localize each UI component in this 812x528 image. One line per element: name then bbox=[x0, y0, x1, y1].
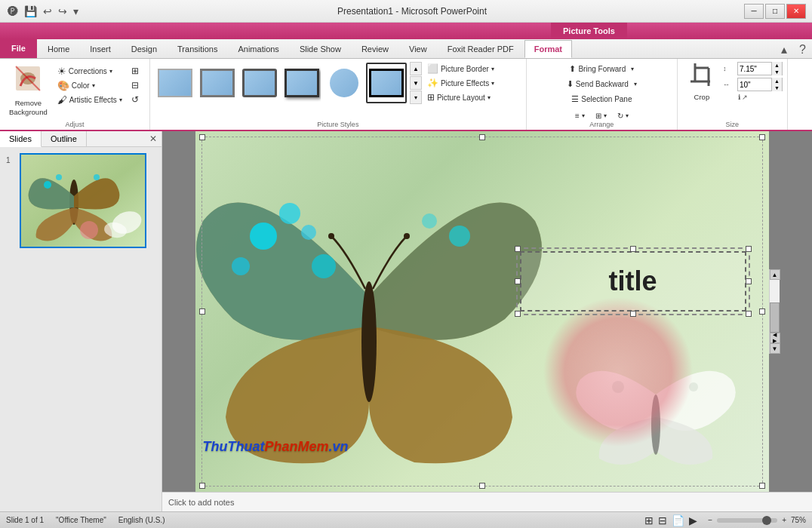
rotate-btn[interactable]: ↻ ▾ bbox=[614, 109, 632, 122]
zoom-slider[interactable] bbox=[717, 518, 777, 523]
pic-style-5[interactable] bbox=[324, 63, 364, 103]
slide-sorter-btn[interactable]: ⊟ bbox=[658, 514, 667, 526]
height-spin-btns[interactable]: ▲ ▼ bbox=[771, 62, 782, 75]
picture-effects-btn[interactable]: ✨ Picture Effects ▾ bbox=[423, 76, 521, 90]
pic-style-6[interactable] bbox=[366, 63, 407, 103]
align-dropdown[interactable]: ▾ bbox=[582, 112, 585, 119]
handle-tr[interactable] bbox=[746, 246, 752, 252]
scroll-up-btn[interactable]: ▲ bbox=[770, 269, 780, 280]
color-btn[interactable]: 🎨 Color ▾ bbox=[54, 78, 126, 92]
artistic-dropdown[interactable]: ▾ bbox=[119, 97, 122, 103]
width-input[interactable] bbox=[740, 81, 771, 89]
zoom-out-btn[interactable]: − bbox=[708, 516, 712, 524]
tab-format[interactable]: Format bbox=[524, 40, 572, 58]
corrections-dropdown[interactable]: ▾ bbox=[109, 68, 112, 75]
slide-canvas[interactable]: title bbox=[195, 131, 769, 492]
pic-style-1[interactable] bbox=[155, 63, 195, 103]
color-dropdown[interactable]: ▾ bbox=[92, 82, 95, 89]
canvas-area[interactable]: title bbox=[162, 131, 812, 492]
customize-quick-btn[interactable]: ▾ bbox=[72, 5, 80, 17]
rotate-dropdown[interactable]: ▾ bbox=[626, 112, 629, 119]
normal-view-btn[interactable]: ⊞ bbox=[644, 514, 654, 526]
tab-home[interactable]: Home bbox=[38, 40, 79, 58]
close-btn[interactable]: ✕ bbox=[786, 4, 806, 19]
slideshow-btn[interactable]: ▶ bbox=[689, 514, 697, 526]
height-up-btn[interactable]: ▲ bbox=[771, 62, 782, 69]
notes-area[interactable]: Click to add notes bbox=[162, 492, 812, 511]
tab-view[interactable]: View bbox=[399, 40, 437, 58]
send-backward-dropdown[interactable]: ▾ bbox=[634, 81, 637, 87]
change-picture-btn[interactable]: ⊟ bbox=[128, 78, 145, 92]
ribbon-expand-btn[interactable]: ▴ bbox=[775, 41, 793, 58]
size-dialog-launcher[interactable]: ℹ ↗ bbox=[723, 94, 783, 101]
scroll-track[interactable] bbox=[770, 280, 780, 333]
artistic-effects-btn[interactable]: 🖌 Artistic Effects ▾ bbox=[54, 93, 126, 106]
img-handle-br[interactable] bbox=[759, 483, 765, 489]
border-dropdown[interactable]: ▾ bbox=[491, 66, 494, 72]
pic-styles-scroll[interactable]: ▲ ▼ ▾ bbox=[410, 62, 422, 104]
handle-mr[interactable] bbox=[746, 278, 752, 284]
outline-tab[interactable]: Outline bbox=[42, 131, 87, 146]
reset-picture-btn[interactable]: ↺ bbox=[128, 93, 145, 106]
zoom-in-btn[interactable]: + bbox=[782, 516, 786, 524]
right-scrollbar[interactable]: ▲ ◀▶ ▼ bbox=[769, 269, 780, 354]
pic-style-4[interactable] bbox=[281, 63, 322, 103]
effects-dropdown[interactable]: ▾ bbox=[491, 80, 494, 87]
remove-background-btn[interactable]: RemoveBackground bbox=[5, 66, 52, 115]
tab-foxit[interactable]: Foxit Reader PDF bbox=[438, 40, 524, 58]
slides-tab[interactable]: Slides bbox=[0, 131, 42, 147]
bring-forward-btn[interactable]: ⬆ Bring Forward ▾ bbox=[565, 62, 638, 75]
compress-btn[interactable]: ⊞ bbox=[128, 64, 145, 78]
slide-1-item[interactable]: 1 bbox=[6, 153, 155, 248]
zoom-slider-thumb[interactable] bbox=[762, 516, 771, 525]
send-backward-btn[interactable]: ⬇ Send Backward ▾ bbox=[563, 77, 641, 91]
tab-slideshow[interactable]: Slide Show bbox=[290, 40, 351, 58]
group-dropdown[interactable]: ▾ bbox=[604, 112, 607, 119]
align-btn[interactable]: ≡ ▾ bbox=[571, 109, 589, 122]
crop-btn[interactable]: Crop bbox=[682, 62, 721, 110]
height-down-btn[interactable]: ▼ bbox=[771, 69, 782, 75]
corrections-icon: ☀ bbox=[57, 66, 66, 77]
slides-panel-close[interactable]: ✕ bbox=[145, 131, 161, 146]
corrections-btn[interactable]: ☀ Corrections ▾ bbox=[54, 64, 126, 78]
scroll-down-btn[interactable]: ▼ bbox=[410, 76, 422, 90]
picture-layout-btn[interactable]: ⊞ Picture Layout ▾ bbox=[423, 91, 521, 104]
selection-pane-btn[interactable]: ☰ Selection Pane bbox=[567, 92, 635, 106]
tab-animations[interactable]: Animations bbox=[228, 40, 288, 58]
help-btn[interactable]: ? bbox=[793, 41, 812, 58]
picture-border-btn[interactable]: ⬜ Picture Border ▾ bbox=[423, 62, 521, 75]
tab-review[interactable]: Review bbox=[352, 40, 398, 58]
layout-dropdown[interactable]: ▾ bbox=[488, 94, 491, 101]
minimize-btn[interactable]: ─ bbox=[744, 4, 764, 19]
height-input[interactable] bbox=[740, 65, 771, 73]
scroll-down-btn[interactable]: ▼ bbox=[770, 343, 780, 354]
height-spinbox[interactable]: ▲ ▼ bbox=[737, 62, 783, 75]
slide-1-thumbnail[interactable] bbox=[20, 153, 146, 248]
window-controls[interactable]: ─ □ ✕ bbox=[744, 4, 806, 19]
tab-design[interactable]: Design bbox=[121, 40, 167, 58]
scroll-more-btn[interactable]: ▾ bbox=[410, 91, 422, 104]
width-spin-btns[interactable]: ▲ ▼ bbox=[771, 78, 782, 91]
redo-quick-btn[interactable]: ↪ bbox=[57, 5, 69, 17]
save-quick-btn[interactable]: 💾 bbox=[23, 5, 38, 17]
maximize-btn[interactable]: □ bbox=[765, 4, 785, 19]
reading-view-btn[interactable]: 📄 bbox=[672, 514, 684, 526]
scroll-thumb[interactable] bbox=[770, 302, 780, 333]
tab-insert[interactable]: Insert bbox=[80, 40, 121, 58]
scroll-up-btn[interactable]: ▲ bbox=[410, 62, 422, 75]
bring-forward-dropdown[interactable]: ▾ bbox=[631, 66, 634, 72]
scroll-right-btn[interactable]: ◀▶ bbox=[770, 333, 780, 343]
width-spinbox[interactable]: ▲ ▼ bbox=[737, 78, 783, 91]
width-down-btn[interactable]: ▼ bbox=[771, 84, 782, 91]
tab-file[interactable]: File bbox=[0, 38, 37, 58]
pic-style-3[interactable] bbox=[239, 63, 280, 103]
pic-style-2[interactable] bbox=[197, 63, 238, 103]
width-up-btn[interactable]: ▲ bbox=[771, 78, 782, 84]
img-handle-tr[interactable] bbox=[759, 134, 765, 140]
img-handle-mr[interactable] bbox=[759, 309, 765, 315]
undo-quick-btn[interactable]: ↩ bbox=[42, 5, 54, 17]
title-text-box[interactable]: title bbox=[520, 251, 746, 312]
slide-thumbnails-area[interactable]: 1 bbox=[0, 147, 161, 511]
tab-transitions[interactable]: Transitions bbox=[168, 40, 227, 58]
quick-access-toolbar[interactable]: 🅟 💾 ↩ ↪ ▾ bbox=[6, 5, 80, 17]
